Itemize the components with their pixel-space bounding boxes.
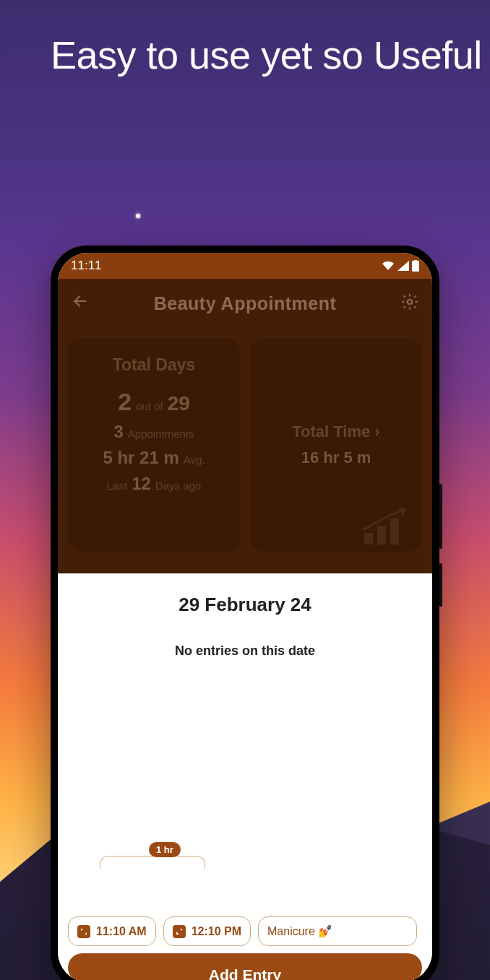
total-time-title: Total Time › <box>292 422 379 441</box>
settings-button[interactable] <box>400 292 419 314</box>
svg-rect-3 <box>364 533 373 545</box>
status-bar: 11:11 <box>58 253 432 279</box>
promo-headline: Easy to use yet so Useful <box>51 32 482 79</box>
phone-side-button <box>439 563 442 607</box>
start-time-pill[interactable]: 11:10 AM <box>68 916 156 946</box>
end-time-pill[interactable]: 12:10 PM <box>163 916 251 946</box>
add-entry-label: Add Entry <box>209 966 281 980</box>
gear-icon <box>400 292 419 311</box>
svg-point-2 <box>408 300 413 305</box>
svg-rect-4 <box>377 526 386 545</box>
decorative-star <box>136 214 140 218</box>
avg-label: Avg. <box>184 454 205 466</box>
back-button[interactable] <box>71 292 90 316</box>
last-suffix: Days ago <box>155 480 201 492</box>
app-header: Beauty Appointment <box>58 279 432 328</box>
start-time-label: 11:10 AM <box>96 925 147 938</box>
status-time: 11:11 <box>71 259 102 273</box>
entry-input-row: 11:10 AM 12:10 PM Manicure 💅 <box>68 916 422 946</box>
out-of-label: out of <box>136 400 163 412</box>
end-time-label: 12:10 PM <box>192 925 241 938</box>
tag-pill[interactable]: Manicure 💅 <box>258 916 417 946</box>
stats-area: Total Days 2 out of 29 3 Appointments 5 … <box>58 328 432 573</box>
sheet-date: 29 February 24 <box>68 594 422 616</box>
empty-state-message: No entries on this date <box>68 643 422 659</box>
phone-frame: 11:11 Beauty Appointment Total Days 2 <box>51 246 439 980</box>
appointments-label: Appointments <box>128 428 194 440</box>
last-value: 12 <box>132 474 151 494</box>
last-label: Last <box>107 480 127 492</box>
svg-rect-0 <box>412 261 419 272</box>
tag-label: Manicure 💅 <box>267 924 332 938</box>
arrow-out-icon <box>173 925 186 938</box>
total-time-card[interactable]: Total Time › 16 hr 5 m <box>250 338 422 552</box>
battery-icon <box>412 260 419 272</box>
total-days-value: 29 <box>168 392 190 415</box>
chart-icon <box>361 508 412 545</box>
signal-icon <box>397 261 409 271</box>
duration-badge: 1 hr <box>149 842 181 857</box>
total-days-title: Total Days <box>113 355 196 375</box>
svg-rect-1 <box>414 260 417 261</box>
days-count: 2 <box>118 388 132 416</box>
time-range-bracket <box>100 856 205 869</box>
wifi-icon <box>382 261 395 271</box>
add-entry-button[interactable]: Add Entry <box>68 953 422 980</box>
appointments-count: 3 <box>113 422 123 442</box>
avg-value: 5 hr 21 m <box>103 448 179 468</box>
total-time-value: 16 hr 5 m <box>301 448 371 467</box>
arrow-in-icon <box>77 925 90 938</box>
entries-sheet: 29 February 24 No entries on this date 1… <box>58 573 432 980</box>
arrow-left-icon <box>71 292 90 311</box>
page-title: Beauty Appointment <box>90 293 400 314</box>
phone-side-button <box>439 484 442 549</box>
svg-rect-5 <box>390 519 399 545</box>
total-days-card[interactable]: Total Days 2 out of 29 3 Appointments 5 … <box>68 338 240 552</box>
